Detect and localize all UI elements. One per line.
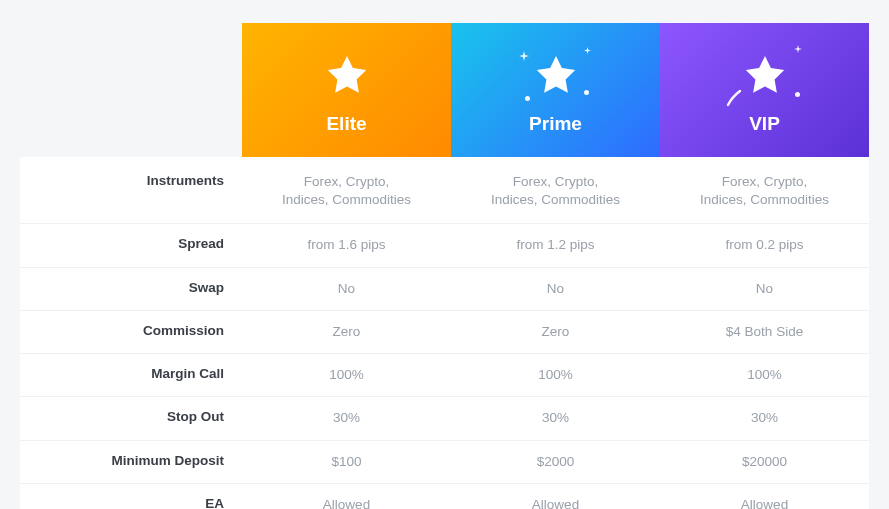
- row-value: No: [660, 268, 869, 310]
- row-value: Zero: [451, 311, 660, 353]
- table-row: CommissionZeroZero$4 Both Side: [20, 311, 869, 354]
- pricing-comparison-table: Elite Prime VIP InstrumentsForex, Crypto…: [20, 23, 869, 509]
- row-label: Margin Call: [20, 354, 242, 396]
- row-value: Allowed: [660, 484, 869, 509]
- tier-title: Elite: [326, 113, 366, 135]
- row-value: Allowed: [451, 484, 660, 509]
- row-label: Spread: [20, 224, 242, 266]
- row-label: Instruments: [20, 157, 242, 223]
- row-value: from 1.2 pips: [451, 224, 660, 266]
- row-label: Commission: [20, 311, 242, 353]
- row-value: 30%: [660, 397, 869, 439]
- row-value: No: [242, 268, 451, 310]
- table-row: Spreadfrom 1.6 pipsfrom 1.2 pipsfrom 0.2…: [20, 224, 869, 267]
- row-value: $2000: [451, 441, 660, 483]
- tier-header-row: Elite Prime VIP: [20, 23, 869, 157]
- table-row: EAAllowedAllowedAllowed: [20, 484, 869, 509]
- header-empty-cell: [20, 23, 242, 157]
- tier-title: VIP: [749, 113, 780, 135]
- row-value: 100%: [660, 354, 869, 396]
- row-label: EA: [20, 484, 242, 509]
- star-icon: [523, 45, 589, 105]
- star-icon: [732, 45, 798, 105]
- row-value: from 0.2 pips: [660, 224, 869, 266]
- row-value: Forex, Crypto,Indices, Commodities: [451, 157, 660, 223]
- row-value: Allowed: [242, 484, 451, 509]
- row-value: 30%: [242, 397, 451, 439]
- row-value: 30%: [451, 397, 660, 439]
- row-label: Stop Out: [20, 397, 242, 439]
- table-row: Margin Call100%100%100%: [20, 354, 869, 397]
- row-label: Minimum Deposit: [20, 441, 242, 483]
- tier-header-elite: Elite: [242, 23, 451, 157]
- table-row: InstrumentsForex, Crypto,Indices, Commod…: [20, 157, 869, 224]
- row-value: $100: [242, 441, 451, 483]
- table-row: Minimum Deposit$100$2000$20000: [20, 441, 869, 484]
- row-value: No: [451, 268, 660, 310]
- row-value: 100%: [242, 354, 451, 396]
- row-value: $20000: [660, 441, 869, 483]
- table-row: Stop Out30%30%30%: [20, 397, 869, 440]
- row-value: Forex, Crypto,Indices, Commodities: [660, 157, 869, 223]
- row-value: Zero: [242, 311, 451, 353]
- tier-title: Prime: [529, 113, 582, 135]
- row-value: from 1.6 pips: [242, 224, 451, 266]
- row-value: 100%: [451, 354, 660, 396]
- row-value: Forex, Crypto,Indices, Commodities: [242, 157, 451, 223]
- tier-header-vip: VIP: [660, 23, 869, 157]
- table-row: SwapNoNoNo: [20, 268, 869, 311]
- tier-header-prime: Prime: [451, 23, 660, 157]
- star-icon: [314, 45, 380, 105]
- row-label: Swap: [20, 268, 242, 310]
- row-value: $4 Both Side: [660, 311, 869, 353]
